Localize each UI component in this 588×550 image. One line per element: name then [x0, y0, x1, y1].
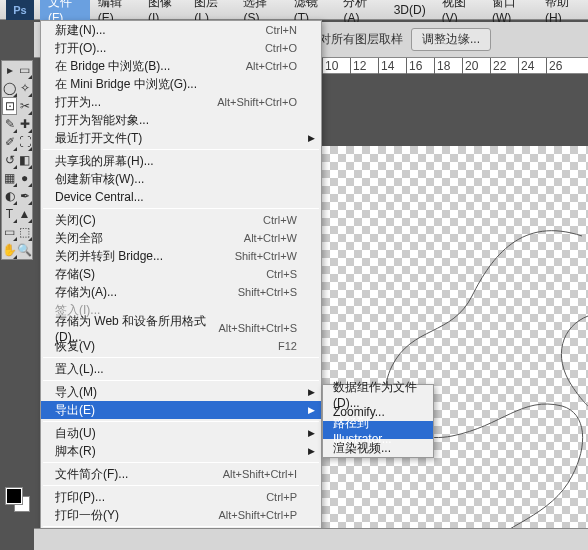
- menu-item-shortcut: Ctrl+N: [266, 24, 297, 36]
- sample-all-layers-label: 对所有图层取样: [319, 31, 403, 48]
- blur-tool-icon[interactable]: ●: [17, 169, 32, 187]
- menu-item[interactable]: 文件简介(F)...Alt+Shift+Ctrl+I: [41, 465, 321, 483]
- menu-item-label: 最近打开文件(T): [55, 130, 297, 147]
- menu-item-shortcut: Ctrl+S: [266, 268, 297, 280]
- menu-item-label: 打开为智能对象...: [55, 112, 297, 129]
- 3d-tool-icon[interactable]: ⬚: [17, 223, 32, 241]
- menu-item-shortcut: Ctrl+P: [266, 491, 297, 503]
- menu-item[interactable]: Device Central...: [41, 188, 321, 206]
- shape-tool-icon[interactable]: ▭: [2, 223, 17, 241]
- menu-item[interactable]: 打印(P)...Ctrl+P: [41, 488, 321, 506]
- menu-item-label: 导出(E): [55, 402, 297, 419]
- menu-item-shortcut: Alt+Shift+Ctrl+P: [218, 509, 297, 521]
- eyedropper-tool-icon[interactable]: ✎: [2, 115, 17, 133]
- menu-item[interactable]: 关闭全部Alt+Ctrl+W: [41, 229, 321, 247]
- ruler-tick: 20: [465, 59, 478, 73]
- menu-item-shortcut: Alt+Shift+Ctrl+S: [218, 322, 297, 334]
- menu-item-label: 在 Bridge 中浏览(B)...: [55, 58, 246, 75]
- menu-item-label: 新建(N)...: [55, 22, 266, 39]
- menu-item[interactable]: 存储为(A)...Shift+Ctrl+S: [41, 283, 321, 301]
- menu-item-label: 脚本(R): [55, 443, 297, 460]
- magic-wand-tool-icon[interactable]: ✧: [17, 79, 32, 97]
- submenu-item[interactable]: 路径到 Illustrator...: [323, 421, 433, 439]
- ruler-tick: 22: [493, 59, 506, 73]
- menu-item-shortcut: Ctrl+O: [265, 42, 297, 54]
- menu-item-label: 关闭全部: [55, 230, 244, 247]
- menu-item[interactable]: 置入(L)...: [41, 360, 321, 378]
- brush-tool-icon[interactable]: ✐: [2, 133, 17, 151]
- export-submenu: 数据组作为文件(D)...Zoomify...路径到 Illustrator..…: [322, 384, 434, 458]
- path-select-tool-icon[interactable]: ▲: [17, 205, 32, 223]
- menu-item-label: 文件简介(F)...: [55, 466, 223, 483]
- menu-item[interactable]: 最近打开文件(T)▶: [41, 129, 321, 147]
- status-bar: [34, 528, 588, 550]
- gradient-tool-icon[interactable]: ▦: [2, 169, 17, 187]
- menu-item-shortcut: Alt+Ctrl+O: [246, 60, 297, 72]
- menu-item-shortcut: Shift+Ctrl+S: [238, 286, 297, 298]
- app-logo-icon: Ps: [6, 0, 34, 20]
- lasso-tool-icon[interactable]: ◯: [2, 79, 17, 97]
- canvas-gray-area: [322, 74, 588, 146]
- ruler-tick: 26: [549, 59, 562, 73]
- refine-edge-button[interactable]: 调整边缘...: [411, 28, 491, 51]
- submenu-arrow-icon: ▶: [308, 133, 315, 143]
- submenu-item[interactable]: 数据组作为文件(D)...: [323, 385, 433, 403]
- menu-item[interactable]: 打开为...Alt+Shift+Ctrl+O: [41, 93, 321, 111]
- menu-item[interactable]: 共享我的屏幕(H)...: [41, 152, 321, 170]
- ruler-tick: 18: [437, 59, 450, 73]
- ruler-tick: 10: [325, 59, 338, 73]
- menu-item[interactable]: 存储(S)Ctrl+S: [41, 265, 321, 283]
- zoom-tool-icon[interactable]: 🔍: [17, 241, 32, 259]
- menu-item[interactable]: 导入(M)▶: [41, 383, 321, 401]
- menu-3d[interactable]: 3D(D): [386, 1, 434, 19]
- move-tool-icon[interactable]: ▸: [2, 61, 17, 79]
- menu-item-label: 自动(U): [55, 425, 297, 442]
- menu-item-label: 导入(M): [55, 384, 297, 401]
- menu-item[interactable]: 恢复(V)F12: [41, 337, 321, 355]
- submenu-arrow-icon: ▶: [308, 405, 315, 415]
- menu-item[interactable]: 自动(U)▶: [41, 424, 321, 442]
- menu-item[interactable]: 在 Mini Bridge 中浏览(G)...: [41, 75, 321, 93]
- menu-item[interactable]: 创建新审核(W)...: [41, 170, 321, 188]
- menu-item-shortcut: Alt+Shift+Ctrl+O: [217, 96, 297, 108]
- menu-item-label: 关闭并转到 Bridge...: [55, 248, 235, 265]
- type-tool-icon[interactable]: T: [2, 205, 17, 223]
- quick-select-tool-icon[interactable]: ⊡: [2, 97, 17, 115]
- menu-item[interactable]: 新建(N)...Ctrl+N: [41, 21, 321, 39]
- menu-item[interactable]: 打印一份(Y)Alt+Shift+Ctrl+P: [41, 506, 321, 524]
- history-brush-tool-icon[interactable]: ↺: [2, 151, 17, 169]
- menu-item-label: 关闭(C): [55, 212, 263, 229]
- ruler-tick: 12: [353, 59, 366, 73]
- marquee-tool-icon[interactable]: ▭: [17, 61, 32, 79]
- document-canvas[interactable]: [322, 146, 588, 550]
- menu-item[interactable]: 存储为 Web 和设备所用格式(D)...Alt+Shift+Ctrl+S: [41, 319, 321, 337]
- menu-item-shortcut: F12: [278, 340, 297, 352]
- menu-item-shortcut: Alt+Ctrl+W: [244, 232, 297, 244]
- menu-item-label: 打印(P)...: [55, 489, 266, 506]
- menu-item-label: 打开为...: [55, 94, 217, 111]
- menu-item[interactable]: 脚本(R)▶: [41, 442, 321, 460]
- eraser-tool-icon[interactable]: ◧: [17, 151, 32, 169]
- menu-item[interactable]: 在 Bridge 中浏览(B)...Alt+Ctrl+O: [41, 57, 321, 75]
- menu-item-label: 存储(S): [55, 266, 266, 283]
- menu-item[interactable]: 打开(O)...Ctrl+O: [41, 39, 321, 57]
- crop-tool-icon[interactable]: ✂: [17, 97, 32, 115]
- pen-tool-icon[interactable]: ✒: [17, 187, 32, 205]
- dodge-tool-icon[interactable]: ◐: [2, 187, 17, 205]
- menu-separator: [43, 357, 319, 358]
- menu-item[interactable]: 关闭并转到 Bridge...Shift+Ctrl+W: [41, 247, 321, 265]
- file-menu-dropdown: 新建(N)...Ctrl+N打开(O)...Ctrl+O在 Bridge 中浏览…: [40, 20, 322, 548]
- menu-separator: [43, 526, 319, 527]
- stamp-tool-icon[interactable]: ⛶: [17, 133, 32, 151]
- menu-item-label: 恢复(V): [55, 338, 278, 355]
- submenu-arrow-icon: ▶: [308, 446, 315, 456]
- menu-item[interactable]: 导出(E)▶: [41, 401, 321, 419]
- menu-item[interactable]: 关闭(C)Ctrl+W: [41, 211, 321, 229]
- menu-item-label: 共享我的屏幕(H)...: [55, 153, 297, 170]
- hand-tool-icon[interactable]: ✋: [2, 241, 17, 259]
- heal-tool-icon[interactable]: ✚: [17, 115, 32, 133]
- foreground-color-swatch[interactable]: [6, 488, 22, 504]
- menu-item-label: Device Central...: [55, 190, 297, 204]
- menu-item[interactable]: 打开为智能对象...: [41, 111, 321, 129]
- menu-bar: 文件(F) 编辑(E) 图像(I) 图层(L) 选择(S) 滤镜(T) 分析(A…: [0, 0, 588, 20]
